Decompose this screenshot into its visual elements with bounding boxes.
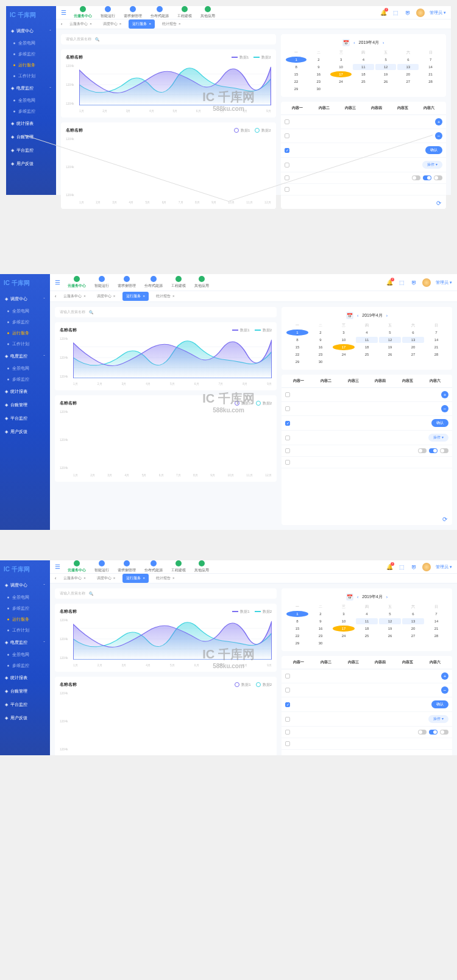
- calendar-day[interactable]: 4: [356, 330, 378, 336]
- calendar-day[interactable]: 28: [425, 351, 447, 358]
- nav-item[interactable]: 多维监控: [0, 660, 50, 671]
- calendar-icon[interactable]: 📅: [346, 593, 353, 601]
- checkbox[interactable]: [285, 421, 290, 426]
- calendar-icon[interactable]: 📅: [342, 39, 350, 46]
- close-icon[interactable]: ×: [172, 576, 175, 580]
- calendar-day[interactable]: 16: [310, 626, 331, 632]
- calendar-day[interactable]: 8: [286, 64, 307, 70]
- calendar-day[interactable]: 22: [286, 633, 308, 639]
- calendar-day[interactable]: 22: [286, 79, 307, 85]
- checkbox[interactable]: [285, 148, 289, 153]
- calendar-day[interactable]: 16: [310, 344, 331, 350]
- checkbox[interactable]: [285, 741, 290, 746]
- username[interactable]: 管理员 ▾: [436, 280, 452, 286]
- topnav-item[interactable]: 分布式能源: [144, 560, 163, 573]
- calendar-day[interactable]: 28: [425, 633, 447, 639]
- shield-icon[interactable]: ⛨: [410, 279, 417, 286]
- close-icon[interactable]: ×: [90, 22, 92, 26]
- calendar-day[interactable]: 5: [379, 330, 401, 336]
- username[interactable]: 管理员 ▾: [430, 10, 446, 16]
- calendar-day[interactable]: 5: [379, 611, 401, 617]
- legend-2b[interactable]: 数据2: [256, 401, 272, 406]
- calendar-day[interactable]: 29: [286, 86, 307, 92]
- nav-item[interactable]: 全景电网: [0, 592, 50, 603]
- nav-item[interactable]: 工作计划: [0, 339, 50, 350]
- calendar-day[interactable]: 17: [333, 344, 355, 350]
- legend-2b[interactable]: 数据2: [256, 682, 272, 688]
- calendar-day[interactable]: 16: [308, 71, 329, 77]
- tab[interactable]: 运行服务×: [122, 292, 149, 301]
- calendar-day[interactable]: 23: [310, 351, 331, 358]
- nav-item[interactable]: 工作计划: [6, 71, 56, 82]
- calendar-day[interactable]: 24: [333, 633, 355, 639]
- calendar-day[interactable]: 20: [397, 71, 419, 77]
- calendar-day[interactable]: 4: [356, 611, 378, 617]
- avatar[interactable]: [422, 563, 431, 571]
- close-icon[interactable]: ×: [149, 22, 151, 26]
- toggle[interactable]: [440, 730, 448, 735]
- legend-1[interactable]: 数据1: [232, 55, 249, 60]
- calendar-day[interactable]: 13: [397, 64, 419, 70]
- calendar-day[interactable]: 11: [356, 337, 378, 343]
- topnav-item[interactable]: 其他应用: [194, 276, 209, 289]
- calendar-day[interactable]: 7: [425, 611, 447, 617]
- prev-month-button[interactable]: ‹: [357, 314, 358, 318]
- nav-group-统计报表[interactable]: ◈统计报表: [6, 117, 56, 130]
- checkbox[interactable]: [285, 730, 290, 735]
- calendar-day[interactable]: 14: [420, 64, 441, 70]
- remove-button[interactable]: −: [441, 686, 448, 694]
- calendar-day[interactable]: 10: [333, 337, 355, 343]
- topnav-item[interactable]: 工程建模: [171, 276, 186, 289]
- nav-group-电度监控[interactable]: ◈电度监控˅: [6, 82, 56, 95]
- calendar-day[interactable]: 26: [379, 351, 401, 358]
- legend-2[interactable]: 数据2: [255, 328, 272, 333]
- nav-item[interactable]: 全景电网: [6, 38, 56, 49]
- nav-item[interactable]: 运行服务: [0, 614, 50, 625]
- calendar-day[interactable]: 2: [310, 330, 331, 336]
- calendar-day[interactable]: 27: [402, 633, 424, 639]
- username[interactable]: 管理员 ▾: [436, 564, 452, 570]
- calendar-day[interactable]: 26: [375, 79, 397, 85]
- tab[interactable]: 运行服务×: [129, 19, 155, 29]
- action-button[interactable]: 操作 ▾: [428, 715, 448, 723]
- nav-item[interactable]: 多维监控: [0, 374, 50, 385]
- close-icon[interactable]: ×: [143, 576, 145, 580]
- calendar-day[interactable]: 5: [375, 57, 397, 63]
- next-month-button[interactable]: ›: [383, 41, 384, 45]
- add-button[interactable]: +: [441, 672, 448, 680]
- avatar[interactable]: [422, 278, 431, 287]
- search-input[interactable]: 请输入搜索名称🔍: [55, 588, 277, 599]
- calendar-day[interactable]: 19: [379, 626, 401, 632]
- calendar-day[interactable]: 28: [420, 79, 441, 85]
- calendar-day[interactable]: 2: [310, 611, 331, 617]
- cube-icon[interactable]: ⬚: [398, 563, 405, 571]
- tab[interactable]: 统计报告×: [152, 574, 179, 583]
- calendar-day[interactable]: 8: [286, 618, 308, 624]
- calendar-day[interactable]: 21: [420, 71, 441, 77]
- remove-button[interactable]: −: [435, 132, 442, 139]
- next-month-button[interactable]: ›: [386, 314, 388, 318]
- calendar-day[interactable]: 10: [333, 618, 355, 624]
- nav-item[interactable]: 全景电网: [0, 306, 50, 317]
- add-button[interactable]: +: [441, 391, 448, 398]
- close-icon[interactable]: ×: [172, 294, 175, 298]
- checkbox[interactable]: [285, 435, 290, 440]
- checkbox[interactable]: [285, 688, 290, 693]
- nav-group-台账管理[interactable]: ◈台账管理: [0, 685, 50, 698]
- calendar-day[interactable]: 27: [397, 79, 419, 85]
- checkbox[interactable]: [285, 448, 290, 453]
- refresh-button[interactable]: ⟳: [282, 752, 452, 755]
- calendar-day[interactable]: 21: [425, 344, 447, 350]
- close-icon[interactable]: ×: [83, 294, 86, 298]
- legend-2b[interactable]: 数据2: [255, 128, 271, 133]
- nav-item[interactable]: 多维监控: [0, 603, 50, 614]
- calendar-day[interactable]: 2: [308, 57, 329, 63]
- calendar-day[interactable]: 19: [379, 344, 401, 350]
- calendar-day[interactable]: 14: [425, 337, 447, 343]
- topnav-item[interactable]: 分布式能源: [144, 276, 163, 289]
- checkbox[interactable]: [285, 175, 289, 180]
- nav-item[interactable]: 多维监控: [0, 317, 50, 328]
- calendar-day[interactable]: 4: [353, 57, 374, 63]
- topnav-item[interactable]: 其他应用: [194, 560, 209, 573]
- topnav-item[interactable]: 智能运行: [101, 6, 115, 19]
